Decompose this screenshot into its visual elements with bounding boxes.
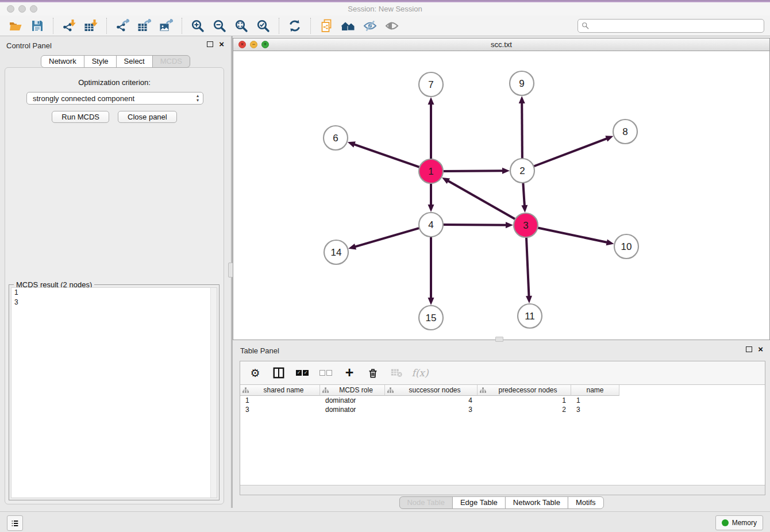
table-horizontal-scrollbar[interactable] (240, 485, 765, 495)
home-icon[interactable] (341, 18, 356, 33)
close-table-panel-icon[interactable]: × (758, 346, 763, 353)
float-panel-icon[interactable] (207, 41, 213, 47)
graph-edge-2-3[interactable] (523, 182, 525, 208)
unselect-all-columns-icon[interactable] (319, 366, 333, 380)
graph-arrowhead (502, 168, 510, 174)
graph-node-1[interactable]: 1 (419, 159, 443, 183)
graph-node-4[interactable]: 4 (419, 213, 443, 237)
graph-edge-3-10[interactable] (537, 228, 610, 243)
svg-text:15: 15 (426, 313, 437, 323)
graph-arrowhead (605, 136, 613, 141)
status-bar: Memory (0, 511, 770, 532)
graph-edge-2-8[interactable] (533, 138, 609, 167)
table-header-row: shared nameMCDS rolesuccessor nodesprede… (240, 385, 765, 396)
column-panel-icon[interactable] (272, 366, 286, 380)
graph-node-11[interactable]: 11 (518, 304, 542, 328)
zoom-in-icon[interactable] (190, 18, 205, 33)
close-panel-icon[interactable]: × (219, 41, 224, 48)
table-row[interactable]: 3dominator323 (240, 405, 765, 414)
table-cell: 4 (385, 396, 478, 404)
table-cell: 1 (478, 396, 571, 404)
graph-node-8[interactable]: 8 (613, 119, 637, 144)
search-input[interactable] (578, 19, 764, 33)
tab-network[interactable]: Network (41, 55, 84, 68)
network-window-titlebar[interactable]: × − + scc.txt (233, 38, 769, 51)
tab-motifs[interactable]: Motifs (568, 496, 604, 509)
graph-node-7[interactable]: 7 (419, 72, 443, 97)
tab-select[interactable]: Select (116, 55, 153, 68)
graph-edge-4-3[interactable] (442, 225, 509, 225)
network-canvas[interactable]: 7968124314101511 (233, 51, 769, 340)
table-row[interactable]: 1dominator411 (240, 396, 765, 405)
import-network-icon[interactable] (61, 18, 76, 33)
open-file-icon[interactable] (8, 18, 23, 33)
graph-node-2[interactable]: 2 (510, 159, 534, 183)
delete-table-icon (390, 366, 403, 380)
graph-node-14[interactable]: 14 (324, 240, 348, 264)
graph-node-6[interactable]: 6 (324, 126, 348, 150)
graph-node-15[interactable]: 15 (419, 306, 443, 330)
graph-node-9[interactable]: 9 (510, 71, 534, 95)
svg-text:9: 9 (519, 78, 524, 89)
tab-mcds[interactable]: MCDS (152, 55, 190, 68)
column-header-MCDS-role[interactable]: MCDS role (320, 385, 385, 396)
titlebar: Session: New Session (0, 0, 770, 16)
table-toolbar: ⚙✓✓+f(x) (240, 361, 765, 385)
float-table-panel-icon[interactable] (746, 346, 752, 352)
column-type-icon (480, 387, 486, 394)
add-column-icon[interactable]: + (342, 366, 356, 380)
svg-text:4: 4 (428, 219, 433, 230)
graph-node-10[interactable]: 10 (614, 234, 638, 259)
save-session-icon[interactable] (30, 18, 45, 33)
search-field-wrap (578, 19, 764, 33)
tab-network-table[interactable]: Network Table (505, 496, 568, 509)
close-panel-button[interactable]: Close panel (118, 111, 177, 123)
run-mcds-button[interactable]: Run MCDS (52, 111, 109, 123)
graph-node-3[interactable]: 3 (514, 213, 538, 237)
export-image-icon[interactable] (159, 18, 174, 33)
column-header-successor-nodes[interactable]: successor nodes (385, 385, 478, 396)
graph-edge-1-2[interactable] (442, 171, 505, 171)
mcds-result-list[interactable]: 13 (11, 287, 217, 498)
column-type-icon (242, 387, 249, 394)
svg-text:10: 10 (621, 241, 632, 252)
svg-text:8: 8 (622, 126, 627, 137)
zoom-out-icon[interactable] (212, 18, 227, 33)
tab-style[interactable]: Style (84, 55, 117, 68)
import-table-icon[interactable] (83, 18, 98, 33)
hide-selected-icon[interactable] (363, 18, 378, 33)
graph-edge-2-9[interactable] (522, 101, 522, 160)
table-settings-icon[interactable]: ⚙ (248, 366, 262, 380)
tab-node-table[interactable]: Node Table (399, 496, 453, 509)
graph-edge-4-14[interactable] (353, 228, 421, 247)
select-all-columns-icon[interactable]: ✓✓ (295, 366, 309, 380)
column-header-name[interactable]: name (571, 385, 619, 396)
graph-arrowhead (348, 244, 356, 250)
memory-button[interactable]: Memory (715, 515, 763, 530)
delete-column-icon[interactable] (366, 366, 380, 380)
zoom-fit-icon[interactable] (234, 18, 249, 33)
automation-panel-button[interactable] (7, 515, 23, 531)
graph-arrowhead (526, 296, 532, 303)
show-all-icon[interactable] (384, 18, 399, 33)
table-cell: 3 (385, 406, 478, 414)
toolbar-group (310, 18, 407, 34)
table-panel: Table Panel × ⚙✓✓+f(x) shared nameMCDS r… (233, 341, 770, 510)
graph-edge-1-6[interactable] (352, 144, 421, 168)
criterion-dropdown[interactable]: strongly connected component ▴▾ (26, 92, 203, 105)
clone-network-icon[interactable] (319, 18, 334, 33)
zoom-selected-icon[interactable] (256, 18, 271, 33)
refresh-icon[interactable] (287, 18, 302, 33)
network-view-window: × − + scc.txt 7968124314101511 (233, 38, 770, 340)
column-header-predecessor-nodes[interactable]: predecessor nodes (478, 385, 571, 396)
result-scrollbar[interactable] (210, 288, 217, 498)
column-type-icon (322, 387, 329, 394)
table-cell: 1 (571, 396, 619, 404)
export-table-icon[interactable] (137, 18, 152, 33)
graph-edge-3-1[interactable] (446, 180, 516, 220)
toolbar-group (0, 18, 53, 34)
column-header-shared-name[interactable]: shared name (240, 385, 320, 396)
export-network-icon[interactable] (115, 18, 130, 33)
tab-edge-table[interactable]: Edge Table (452, 496, 506, 509)
graph-edge-3-11[interactable] (526, 236, 529, 299)
